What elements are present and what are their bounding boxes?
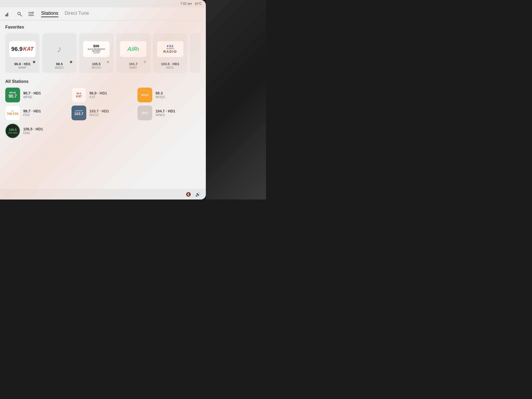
time-display: 7:02 am: [180, 2, 192, 6]
fav-card-959[interactable]: ♪ 95.9 WMXZ: [190, 33, 201, 73]
fav-info-985wqsc: 98.5 WQSC: [55, 62, 64, 69]
bin-logo-image: BIN BLACK INFORMATION NETWORK 105.5FM: [83, 41, 110, 57]
air1-logo-image: AiR 1: [120, 41, 146, 57]
fav-callsign-1017: WAVF: [129, 66, 138, 69]
wsoc-logo: COUNTRY 103.7: [72, 106, 86, 120]
main-screen: 7:02 am 10°C St: [0, 0, 206, 200]
1047-freq: 104.7 · HD1: [155, 109, 175, 113]
997fox-text: 99.7 · HD1 FOX: [23, 109, 41, 117]
fav-freq-1017: 101.7: [129, 62, 138, 66]
end-callsign: END: [23, 131, 43, 135]
fav-star-969kat[interactable]: ★: [32, 59, 36, 64]
station-item-997fox[interactable]: 99.7 THE FOX 99.7 · HD1 FOX: [5, 106, 68, 120]
station-item-wsoc[interactable]: COUNTRY 103.7 103.7 · HD1 WSOC: [72, 106, 135, 120]
svg-rect-1: [6, 14, 7, 16]
all-stations-title: All Stations: [5, 79, 201, 84]
tab-direct-tune[interactable]: Direct Tune: [65, 11, 89, 17]
station-item-whqc[interactable]: WHQC 98.3 WHQC: [137, 88, 201, 102]
fav-info-1055: 105.5 WCOO: [92, 62, 101, 69]
svg-rect-2: [7, 13, 8, 16]
fav-logo-1017: AiR 1: [116, 37, 150, 61]
favorites-row: 96.9 KAT ★ 96.9 · HD1 WIWF ♪ ★ 98.5: [5, 33, 201, 73]
wfae-callsign: WFAE: [23, 95, 41, 99]
status-bar: 7:02 am 10°C: [0, 0, 206, 7]
wfae-freq: 90.7 · HD1: [23, 91, 41, 95]
fav-card-1035[interactable]: FOX SPORTS RADIO 103.5 · HD1 WEZL: [153, 33, 187, 73]
end-logo: 106.5 THE END: [5, 124, 20, 138]
997fox-callsign: FOX: [23, 113, 41, 117]
svg-line-4: [20, 15, 22, 16]
fav-freq-969kat: 96.9 · HD1: [14, 62, 31, 66]
station-item-end[interactable]: 106.5 THE END 106.5 · HD1 END: [5, 124, 68, 138]
fav-star-1055[interactable]: ★: [106, 59, 110, 64]
temperature-display: 10°C: [194, 2, 202, 6]
whqc-freq: 98.3: [155, 91, 165, 95]
fav-callsign-969kat: WIWF: [14, 66, 31, 69]
whqc-callsign: WHQC: [155, 95, 165, 99]
bottom-bar: 🔇 🔊: [0, 189, 206, 200]
all-stations-grid: WFAE 90.7 90.7 · HD1 WFAE 96.9KAT 96.: [5, 88, 201, 138]
favorites-title: Favorites: [5, 25, 201, 30]
signal-icon[interactable]: [4, 10, 12, 18]
fav-freq-1035: 103.5 · HD1: [161, 62, 179, 66]
fav-card-985wqsc[interactable]: ♪ ★ 98.5 WQSC: [42, 33, 77, 73]
whqc-logo: WHQC: [137, 88, 152, 102]
fav-logo-959: ♪: [190, 37, 201, 61]
wfae-text: 90.7 · HD1 WFAE: [23, 91, 41, 99]
fav-callsign-1055: WCOO: [92, 66, 101, 69]
wsoc-freq: 103.7 · HD1: [89, 109, 109, 113]
station-item-wfae[interactable]: WFAE 90.7 90.7 · HD1 WFAE: [5, 88, 68, 102]
fav-freq-1055: 105.5: [92, 62, 101, 66]
svg-rect-0: [5, 15, 6, 16]
search-icon[interactable]: [16, 10, 23, 18]
main-content: Favorites 96.9 KAT ★ 96.9 · HD1 WIWF: [0, 21, 206, 200]
fav-card-1055[interactable]: BIN BLACK INFORMATION NETWORK 105.5FM ★ …: [79, 33, 113, 73]
fav-info-969kat: 96.9 · HD1 WIWF: [14, 62, 31, 69]
kat2-text: 96.9 · HD1 KAT: [89, 91, 107, 99]
fav-callsign-985wqsc: WQSC: [55, 66, 64, 69]
wsoc-callsign: WSOC: [89, 113, 109, 117]
mute-icon[interactable]: 🔇: [186, 192, 191, 197]
kat2-freq: 96.9 · HD1: [89, 91, 107, 95]
station-item-kat2[interactable]: 96.9KAT 96.9 · HD1 KAT: [72, 88, 135, 102]
fav-callsign-1035: WEZL: [161, 66, 179, 69]
969kat-logo-image: 96.9 KAT: [9, 41, 36, 57]
fav-logo-1055: BIN BLACK INFORMATION NETWORK 105.5FM: [79, 37, 113, 61]
fox-sm-logo: 99.7 THE FOX: [5, 106, 20, 120]
kat2-callsign: KAT: [89, 95, 107, 99]
car-background: [206, 0, 266, 200]
fox-sports-logo-image: FOX SPORTS RADIO: [157, 41, 183, 57]
fav-logo-1035: FOX SPORTS RADIO: [153, 37, 187, 61]
wfae-logo: WFAE 90.7: [5, 88, 20, 102]
music-note-icon: ♪: [57, 44, 62, 55]
fav-logo-969kat: 96.9 KAT: [5, 37, 40, 61]
fav-card-969kat[interactable]: 96.9 KAT ★ 96.9 · HD1 WIWF: [5, 33, 40, 73]
whqc-text: 98.3 WHQC: [155, 91, 165, 99]
list-icon[interactable]: [27, 10, 35, 18]
fav-card-1017[interactable]: AiR 1 ★ 101.7 WAVF: [116, 33, 150, 73]
end-freq: 106.5 · HD1: [23, 127, 43, 131]
nav-bar: Stations Direct Tune: [0, 7, 206, 21]
fav-logo-985wqsc: ♪: [42, 37, 77, 61]
fav-freq-985wqsc: 98.5: [55, 62, 64, 66]
nav-tabs: Stations Direct Tune: [41, 11, 89, 17]
station-item-1047[interactable]: 104.7 104.7 · HD1 WNKS: [137, 106, 201, 120]
tab-stations[interactable]: Stations: [41, 11, 58, 17]
kat-sm-logo: 96.9KAT: [72, 88, 86, 102]
fav-star-985wqsc[interactable]: ★: [69, 59, 73, 64]
1047-logo: 104.7: [137, 106, 152, 120]
997fox-freq: 99.7 · HD1: [23, 109, 41, 113]
status-info: 7:02 am 10°C: [180, 2, 202, 6]
fav-info-1017: 101.7 WAVF: [129, 62, 138, 69]
1047-text: 104.7 · HD1 WNKS: [155, 109, 175, 117]
wsoc-text: 103.7 · HD1 WSOC: [89, 109, 109, 117]
fav-star-1017[interactable]: ★: [143, 59, 147, 64]
fav-info-1035: 103.5 · HD1 WEZL: [161, 62, 179, 69]
volume-icon[interactable]: 🔊: [195, 192, 201, 197]
1047-callsign: WNKS: [155, 113, 175, 117]
end-text: 106.5 · HD1 END: [23, 127, 43, 135]
